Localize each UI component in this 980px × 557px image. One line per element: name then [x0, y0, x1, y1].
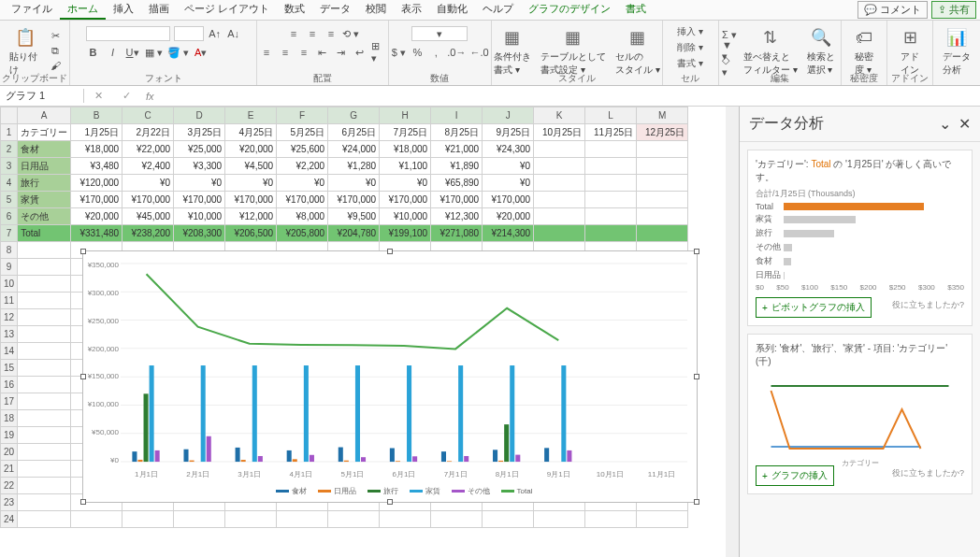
analyze-data[interactable]: 📊データ 分析: [939, 22, 974, 79]
comments-button[interactable]: 💬コメント: [858, 1, 928, 19]
sort-filter[interactable]: ⇅並べ替えと フィルター ▾: [740, 22, 801, 79]
align-center[interactable]: ≡: [278, 45, 293, 60]
tab-home[interactable]: ホーム: [60, 0, 106, 20]
align-left[interactable]: ≡: [259, 45, 274, 60]
percent[interactable]: %: [410, 45, 425, 60]
indent-inc[interactable]: ⇥: [334, 45, 349, 60]
find-select[interactable]: 🔍検索と 選択 ▾: [803, 22, 839, 79]
group-editing: 編集: [719, 72, 841, 85]
pane-close[interactable]: ✕: [958, 116, 971, 132]
decrease-font[interactable]: A↓: [226, 26, 241, 41]
svg-rect-39: [310, 455, 314, 462]
svg-rect-42: [464, 456, 468, 462]
number-format[interactable]: ▾: [411, 26, 468, 41]
group-cells: セル: [663, 72, 718, 85]
svg-rect-27: [150, 365, 154, 462]
tab-help[interactable]: ヘルプ: [475, 0, 521, 20]
cut-button[interactable]: ✂: [48, 28, 63, 43]
insert-chart-button[interactable]: +グラフの挿入: [756, 465, 834, 486]
resize-handle[interactable]: [694, 374, 699, 379]
tab-review[interactable]: 校閲: [358, 0, 394, 20]
svg-rect-15: [493, 450, 497, 462]
comment-icon: 💬: [864, 4, 877, 16]
tab-automate[interactable]: 自動化: [429, 0, 475, 20]
chart-x-axis: 1月1日2月1日3月1日4月1日5月1日6月1日7月1日8月1日9月1日10月1…: [121, 469, 687, 479]
share-button[interactable]: ⇪共有: [931, 1, 976, 19]
indent-dec[interactable]: ⇤: [315, 45, 330, 60]
svg-rect-35: [561, 365, 566, 462]
svg-rect-10: [236, 448, 240, 462]
tab-pagelayout[interactable]: ページ レイアウト: [177, 0, 277, 20]
analyze-icon: 📊: [944, 24, 970, 50]
feedback-link[interactable]: 役に立ちましたか?: [892, 467, 964, 479]
tab-file[interactable]: ファイル: [4, 0, 60, 20]
orientation[interactable]: ⟲ ▾: [342, 26, 359, 41]
addins[interactable]: ⊞アド イン: [893, 22, 927, 79]
tab-data[interactable]: データ: [312, 0, 358, 20]
svg-rect-25: [144, 393, 149, 462]
pane-collapse[interactable]: ⌄: [939, 116, 951, 132]
scrollbar-vertical[interactable]: [726, 107, 739, 557]
sensitivity[interactable]: 🏷秘密 度 ▾: [847, 22, 881, 79]
cell-styles[interactable]: ▦セルの スタイル ▾: [612, 22, 664, 79]
fx-icon[interactable]: fx: [140, 91, 160, 102]
tab-chartdesign[interactable]: グラフのデザイン: [521, 0, 618, 20]
svg-rect-31: [355, 365, 360, 462]
format-as-table[interactable]: ▦テーブルとして 書式設定 ▾: [537, 22, 610, 79]
align-top[interactable]: ≡: [286, 26, 301, 41]
formatpainter-button[interactable]: 🖌: [48, 58, 63, 73]
tab-draw[interactable]: 描画: [141, 0, 177, 20]
svg-rect-18: [190, 461, 195, 462]
underline-button[interactable]: U ▾: [125, 45, 140, 60]
feedback-link[interactable]: 役に立ちましたか?: [892, 299, 964, 311]
italic-button[interactable]: I: [106, 45, 121, 60]
border-button[interactable]: ▦ ▾: [145, 45, 163, 60]
wrap-text[interactable]: ↩: [353, 45, 368, 60]
increase-font[interactable]: A↑: [208, 26, 223, 41]
resize-handle[interactable]: [80, 249, 86, 254]
font-size[interactable]: [174, 26, 204, 41]
svg-rect-8: [132, 451, 137, 462]
format-cells[interactable]: 書式 ▾: [677, 56, 703, 71]
resize-handle[interactable]: [80, 499, 86, 505]
worksheet[interactable]: ABCDEFGHIJKLM1カテゴリー1月25日2月22日3月25日4月25日5…: [0, 107, 739, 557]
tab-insert[interactable]: 挿入: [106, 0, 141, 20]
bold-button[interactable]: B: [86, 45, 101, 60]
currency[interactable]: $ ▾: [391, 45, 406, 60]
chart-object[interactable]: ¥0¥50,000¥100,000¥150,000¥200,000¥250,00…: [82, 250, 698, 503]
insert-cells[interactable]: 挿入 ▾: [677, 24, 703, 39]
svg-rect-30: [304, 365, 309, 462]
enter-formula[interactable]: ✓: [112, 90, 140, 102]
font-color-button[interactable]: A ▾: [194, 45, 209, 60]
resize-handle[interactable]: [387, 499, 393, 505]
group-addins: アドイン: [887, 72, 932, 85]
conditional-format[interactable]: ▦条件付き 書式 ▾: [490, 22, 535, 79]
merge[interactable]: ⊞ ▾: [371, 45, 386, 60]
align-bottom[interactable]: ≡: [324, 26, 339, 41]
fill-color-button[interactable]: 🪣 ▾: [167, 45, 189, 60]
delete-cells[interactable]: 削除 ▾: [677, 40, 703, 55]
tab-view[interactable]: 表示: [394, 0, 429, 20]
search-icon: 🔍: [808, 24, 834, 50]
cancel-formula[interactable]: ✕: [84, 90, 112, 102]
insight-card-2[interactable]: 系列: '食材'、'旅行'、'家賃' - 項目: 'カテゴリー' (千) カテゴ…: [747, 334, 973, 494]
resize-handle[interactable]: [694, 249, 699, 254]
resize-handle[interactable]: [694, 499, 699, 505]
tab-format[interactable]: 書式: [618, 0, 654, 20]
copy-button[interactable]: ⧉: [48, 43, 63, 58]
name-box[interactable]: グラフ 1: [0, 89, 84, 103]
group-number: 数値: [389, 72, 491, 85]
svg-rect-40: [361, 457, 366, 462]
dec-inc[interactable]: .0→: [447, 45, 466, 60]
resize-handle[interactable]: [387, 249, 393, 254]
dec-dec[interactable]: ←.0: [469, 45, 488, 60]
font-family[interactable]: [86, 26, 170, 41]
insert-pivotchart-button[interactable]: +ピボットグラフの挿入: [756, 297, 872, 318]
insight-card-1[interactable]: 'カテゴリー': Total の '1月25日' が著しく高いです。 合計/1月…: [747, 150, 973, 326]
paste-button[interactable]: 📋貼り付け: [6, 22, 45, 79]
align-right[interactable]: ≡: [296, 45, 311, 60]
tab-formulas[interactable]: 数式: [277, 0, 312, 20]
comma[interactable]: ,: [428, 45, 443, 60]
group-styles: スタイル: [492, 72, 662, 85]
align-middle[interactable]: ≡: [305, 26, 320, 41]
